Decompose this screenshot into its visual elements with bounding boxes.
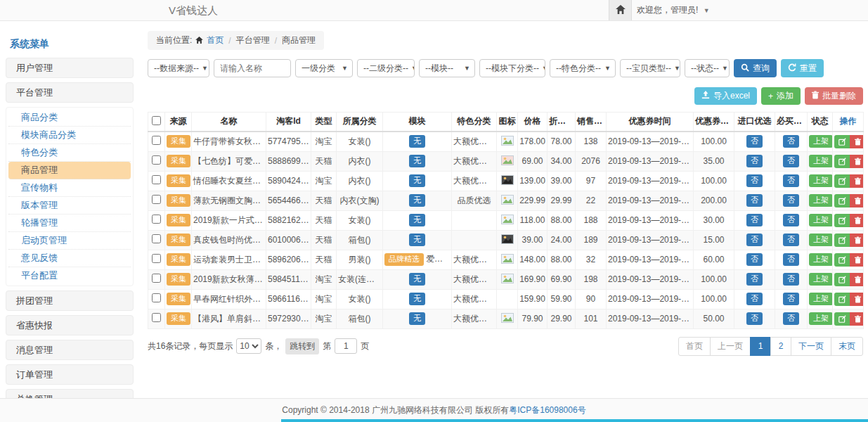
delete-button[interactable]: [850, 155, 864, 168]
sidebar-item-carousel-mgmt[interactable]: 轮播管理: [8, 215, 131, 232]
icp-link[interactable]: 粤ICP备16098006号: [509, 405, 585, 415]
status-badge[interactable]: 上架: [809, 293, 833, 305]
sidebar-group-saving-express[interactable]: 省惠快报: [6, 315, 134, 335]
sidebar-group-order-mgmt[interactable]: 订单管理: [6, 364, 134, 385]
must-buy-toggle[interactable]: 否: [783, 312, 799, 325]
import-select-toggle[interactable]: 否: [746, 234, 763, 246]
select-all-checkbox[interactable]: [152, 116, 161, 125]
page-button-上一页[interactable]: 上一页: [710, 337, 751, 356]
sidebar-item-special-category[interactable]: 特色分类: [8, 144, 131, 162]
import-select-toggle[interactable]: 否: [746, 273, 763, 286]
filter-select-item-type[interactable]: --宝贝类型--▼: [620, 59, 680, 77]
must-buy-toggle[interactable]: 否: [783, 214, 799, 226]
page-button-下一页[interactable]: 下一页: [791, 337, 831, 356]
row-checkbox[interactable]: [152, 254, 161, 263]
delete-button[interactable]: [850, 174, 864, 188]
sidebar-item-platform-config[interactable]: 平台配置: [8, 267, 131, 284]
status-badge[interactable]: 上架: [809, 312, 833, 325]
delete-button[interactable]: [850, 194, 864, 207]
status-badge[interactable]: 上架: [809, 194, 833, 207]
home-button[interactable]: [609, 0, 632, 20]
delete-button[interactable]: [850, 135, 864, 148]
sidebar-group-user-mgmt[interactable]: 用户管理: [6, 58, 134, 78]
status-badge[interactable]: 上架: [809, 253, 833, 266]
must-buy-toggle[interactable]: 否: [783, 174, 799, 187]
import-select-toggle[interactable]: 否: [746, 174, 763, 187]
edit-button[interactable]: [834, 234, 850, 247]
user-menu[interactable]: 欢迎您，管理员! ▼: [637, 0, 710, 21]
status-badge[interactable]: 上架: [809, 174, 833, 187]
filter-select-status[interactable]: --状态--▼: [685, 59, 730, 77]
breadcrumb-home-link[interactable]: 首页: [207, 34, 224, 46]
row-checkbox[interactable]: [152, 293, 161, 302]
row-checkbox[interactable]: [152, 155, 161, 165]
edit-button[interactable]: [834, 253, 850, 267]
delete-button[interactable]: [850, 273, 864, 286]
filter-select-category-level1[interactable]: 一级分类▼: [295, 59, 353, 77]
import-select-toggle[interactable]: 否: [746, 253, 763, 266]
filter-select-module[interactable]: --模块--▼: [419, 59, 475, 77]
must-buy-toggle[interactable]: 否: [783, 234, 799, 246]
delete-button[interactable]: [850, 253, 864, 267]
edit-button[interactable]: [834, 135, 850, 148]
edit-button[interactable]: [834, 194, 850, 207]
filter-select-module-sub[interactable]: --模块下分类--▼: [479, 59, 545, 77]
row-checkbox[interactable]: [152, 195, 161, 204]
name-search-input[interactable]: [214, 59, 291, 77]
page-button-首页[interactable]: 首页: [678, 337, 711, 356]
edit-button[interactable]: [834, 273, 850, 286]
batch-delete-button[interactable]: 批量删除: [805, 87, 863, 105]
add-button[interactable]: + 添加: [761, 87, 801, 105]
status-badge[interactable]: 上架: [809, 234, 833, 246]
delete-button[interactable]: [850, 234, 864, 247]
sidebar-item-goods-category[interactable]: 商品分类: [8, 109, 131, 127]
page-number-input[interactable]: [335, 338, 357, 354]
delete-button[interactable]: [850, 312, 864, 326]
edit-button[interactable]: [834, 155, 850, 168]
status-badge[interactable]: 上架: [809, 155, 833, 167]
import-select-toggle[interactable]: 否: [746, 293, 763, 305]
must-buy-toggle[interactable]: 否: [783, 253, 799, 266]
edit-button[interactable]: [834, 214, 850, 227]
must-buy-toggle[interactable]: 否: [783, 135, 799, 148]
edit-button[interactable]: [834, 174, 850, 188]
row-checkbox[interactable]: [152, 215, 161, 224]
sidebar-group-group-buy-mgmt[interactable]: 拼团管理: [6, 290, 134, 311]
must-buy-toggle[interactable]: 否: [783, 155, 799, 167]
page-size-select[interactable]: 10: [236, 338, 261, 354]
status-badge[interactable]: 上架: [809, 135, 833, 148]
sidebar-item-splash-page-mgmt[interactable]: 启动页管理: [8, 232, 131, 250]
import-excel-button[interactable]: 导入excel: [694, 87, 757, 105]
sidebar-item-version-mgmt[interactable]: 版本管理: [8, 197, 131, 215]
sidebar-item-goods-mgmt[interactable]: 商品管理: [8, 162, 131, 179]
edit-button[interactable]: [834, 312, 850, 326]
sidebar-item-feedback[interactable]: 意见反馈: [8, 250, 131, 267]
row-checkbox[interactable]: [152, 175, 161, 184]
row-checkbox[interactable]: [152, 313, 161, 322]
page-button-2[interactable]: 2: [770, 337, 791, 356]
jump-button[interactable]: 跳转到: [285, 338, 319, 354]
delete-button[interactable]: [850, 214, 864, 227]
import-select-toggle[interactable]: 否: [746, 155, 763, 167]
filter-select-category-level2[interactable]: --二级分类--▼: [357, 59, 415, 77]
status-badge[interactable]: 上架: [809, 214, 833, 226]
sidebar-group-message-mgmt[interactable]: 消息管理: [6, 340, 134, 360]
row-checkbox[interactable]: [152, 274, 161, 283]
reset-button[interactable]: 重置: [781, 59, 824, 77]
sidebar-item-promo-materials[interactable]: 宣传物料: [8, 179, 131, 197]
row-checkbox[interactable]: [152, 136, 161, 145]
status-badge[interactable]: 上架: [809, 273, 833, 286]
sidebar-group-platform-mgmt[interactable]: 平台管理: [6, 82, 134, 103]
import-select-toggle[interactable]: 否: [746, 135, 763, 148]
row-checkbox[interactable]: [152, 234, 161, 243]
delete-button[interactable]: [850, 293, 864, 306]
must-buy-toggle[interactable]: 否: [783, 194, 799, 207]
sidebar-item-module-goods-category[interactable]: 模块商品分类: [8, 127, 131, 144]
filter-select-data-source[interactable]: --数据来源--▼: [148, 59, 209, 77]
page-button-1[interactable]: 1: [750, 337, 771, 356]
import-select-toggle[interactable]: 否: [746, 214, 763, 226]
edit-button[interactable]: [834, 293, 850, 306]
import-select-toggle[interactable]: 否: [746, 312, 763, 325]
must-buy-toggle[interactable]: 否: [783, 293, 799, 305]
page-button-末页[interactable]: 末页: [831, 337, 863, 356]
